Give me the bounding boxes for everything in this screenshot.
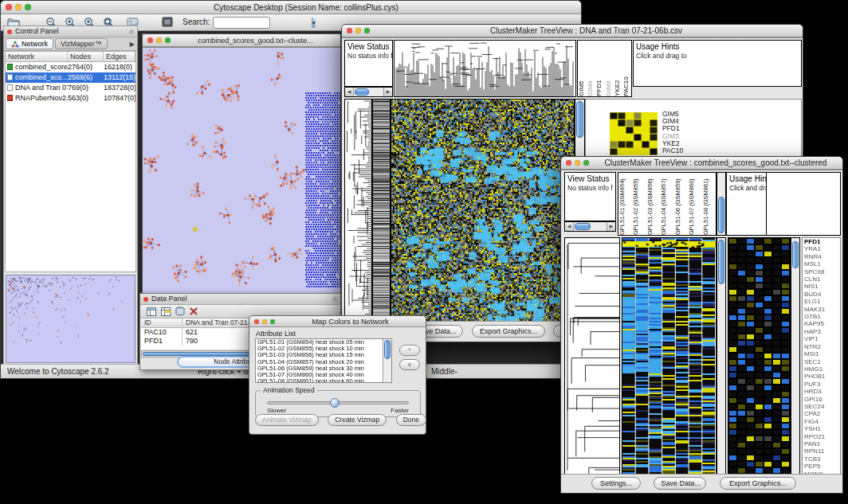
attribute-list-item[interactable]: GPL51-08 (GSM861) heat shock 60 min xyxy=(256,378,391,383)
table-select-icon[interactable] xyxy=(161,307,171,316)
network-list-row[interactable]: combined_sco... 2569(6) 13112(15) xyxy=(6,72,135,83)
treeview-button[interactable]: Export Graphics... xyxy=(720,477,796,490)
column-label[interactable]: GIM3 xyxy=(605,41,614,96)
global-matrix-canvas[interactable] xyxy=(610,112,658,155)
attribute-list[interactable]: GPL51-01 (GSM854) heat shock 05 min GPL5… xyxy=(255,338,392,383)
gene-label[interactable]: MSL1 xyxy=(803,260,840,268)
scroll-left-arrow[interactable]: ◀ xyxy=(345,88,354,96)
treeview-dna-titlebar[interactable]: ClusterMaker TreeView : DNA and Tran 07-… xyxy=(342,25,803,37)
scroll-right-arrow[interactable]: ▶ xyxy=(383,88,392,96)
column-label[interactable]: GPL51-07 (GSM860) xyxy=(688,173,701,235)
column-label[interactable]: PAC10 xyxy=(622,41,631,96)
row-dendrogram[interactable] xyxy=(345,100,371,322)
dialog-button[interactable]: Done xyxy=(396,414,426,426)
gene-label[interactable]: HRD3 xyxy=(803,388,840,395)
gene-label[interactable]: KAP95 xyxy=(803,320,840,327)
gene-label[interactable]: SPC98 xyxy=(803,268,840,275)
gene-label[interactable]: VIP1 xyxy=(803,335,840,342)
minimize-button[interactable] xyxy=(262,319,267,324)
scroll-thumb[interactable] xyxy=(576,101,583,138)
treeview-button[interactable]: Save Data... xyxy=(654,477,706,490)
close-button[interactable] xyxy=(254,319,259,324)
database-icon[interactable] xyxy=(175,307,185,316)
gene-label[interactable]: CLN1 xyxy=(803,275,840,283)
gene-label[interactable]: PFD1 xyxy=(803,238,840,245)
close-button[interactable] xyxy=(347,28,352,33)
column-labels-vscrollbar[interactable] xyxy=(716,172,726,236)
speed-slider-thumb[interactable] xyxy=(330,398,340,408)
minimize-button[interactable] xyxy=(575,160,580,166)
gene-label[interactable]: PEP5 xyxy=(803,463,840,470)
treeview-combined-titlebar[interactable]: ClusterMaker TreeView : combined_scores_… xyxy=(561,157,842,170)
column-label[interactable]: GPL51-06 (GSM859) xyxy=(674,173,688,235)
column-label[interactable]: GPL51-01 (GSM854) xyxy=(618,173,632,235)
column-label[interactable]: GPL51-08 (GSM861) xyxy=(702,173,716,235)
dialog-button[interactable]: Create Vizmap xyxy=(328,414,387,426)
network-list-header[interactable]: Network Nodes Edges xyxy=(6,52,135,62)
network-list-row[interactable]: DNA and Tran 07 769(0) 183728(0) xyxy=(6,83,135,93)
network-view-titlebar[interactable]: combined_scores_good.txt--cluste... xyxy=(143,34,340,47)
gene-label[interactable]: RPN11 xyxy=(803,447,840,455)
network-list-row[interactable]: combined_scores 2764(0) 16218(0) xyxy=(6,62,135,72)
close-button[interactable] xyxy=(6,4,12,10)
gene-label[interactable]: BUD4 xyxy=(803,291,840,298)
zoom-button[interactable] xyxy=(165,37,171,43)
close-button[interactable] xyxy=(566,160,571,166)
col-id[interactable]: ID xyxy=(141,318,183,327)
treeview-button[interactable]: Export Graphics... xyxy=(472,325,545,338)
search-dropdown-button[interactable]: ▾ xyxy=(312,18,316,28)
column-label[interactable]: PFD1 xyxy=(595,41,604,96)
row-overview-canvas[interactable] xyxy=(373,100,390,322)
search-input[interactable] xyxy=(214,18,312,28)
zoom-button[interactable] xyxy=(364,28,370,33)
gene-label[interactable]: YRA1 xyxy=(803,245,840,252)
gene-label[interactable]: FIG4 xyxy=(803,418,840,425)
view-status-hscrollbar[interactable]: ◀ ▶ xyxy=(564,221,616,232)
gene-label[interactable]: NIS1 xyxy=(803,283,840,290)
minimize-button[interactable] xyxy=(156,37,162,43)
scroll-thumb[interactable] xyxy=(718,197,724,233)
network-overview-thumbnail[interactable] xyxy=(6,275,135,363)
zoom-button[interactable] xyxy=(25,4,31,10)
panel-float-icon[interactable] xyxy=(332,297,337,302)
column-label[interactable]: YKE2 xyxy=(614,41,622,96)
view-status-hscrollbar[interactable]: ◀ ▶ xyxy=(344,87,393,97)
scroll-right-arrow[interactable]: ▶ xyxy=(607,222,615,231)
col-network[interactable]: Network xyxy=(6,52,68,61)
delete-icon[interactable] xyxy=(190,307,198,315)
main-titlebar[interactable]: Cytoscape Desktop (Session Name: collins… xyxy=(1,1,581,14)
network-canvas[interactable] xyxy=(143,48,340,293)
table-grid-icon[interactable] xyxy=(147,307,156,316)
zoom-button[interactable] xyxy=(583,160,589,166)
zoom-vscrollbar[interactable] xyxy=(791,237,800,478)
gene-label[interactable]: PAC10 xyxy=(662,147,683,154)
heatmap-canvas[interactable] xyxy=(622,238,716,477)
gene-label[interactable]: GPI16 xyxy=(803,396,840,403)
close-button[interactable] xyxy=(147,37,153,43)
gene-label[interactable]: RNR4 xyxy=(803,253,840,260)
treeview-button[interactable]: Settings... xyxy=(591,477,641,490)
scroll-thumb[interactable] xyxy=(575,223,591,230)
move-down-button[interactable]: v xyxy=(399,359,420,370)
annotation-icon[interactable] xyxy=(162,17,175,29)
gene-label[interactable]: NTR2 xyxy=(803,343,840,350)
panel-float-icon[interactable] xyxy=(129,29,134,34)
zoom-heatmap-canvas[interactable] xyxy=(728,238,790,477)
col-nodes[interactable]: Nodes xyxy=(68,52,104,61)
panel-close-icon[interactable] xyxy=(143,297,148,302)
move-up-button[interactable]: ^ xyxy=(399,345,420,356)
heatmap-vscrollbar[interactable] xyxy=(716,237,726,478)
gene-label[interactable]: GTB1 xyxy=(803,313,840,320)
gene-label[interactable]: PHO81 xyxy=(803,373,840,380)
heatmap-canvas[interactable] xyxy=(391,100,574,322)
gene-label[interactable]: CPA2 xyxy=(803,410,840,417)
gene-label[interactable]: PAN1 xyxy=(803,440,840,447)
row-dendrogram[interactable] xyxy=(565,238,619,477)
tab-overflow-arrow[interactable]: ▶ xyxy=(130,41,135,48)
minimize-button[interactable] xyxy=(355,28,361,33)
gene-label[interactable]: RPO21 xyxy=(803,433,840,440)
gene-label[interactable]: TCB3 xyxy=(803,455,840,463)
gene-label[interactable]: ELG1 xyxy=(803,298,840,305)
network-list-row[interactable]: RNAPuberNov2... 563(0) 107847(0) xyxy=(6,93,135,104)
column-label[interactable]: GIM5 xyxy=(578,41,587,96)
